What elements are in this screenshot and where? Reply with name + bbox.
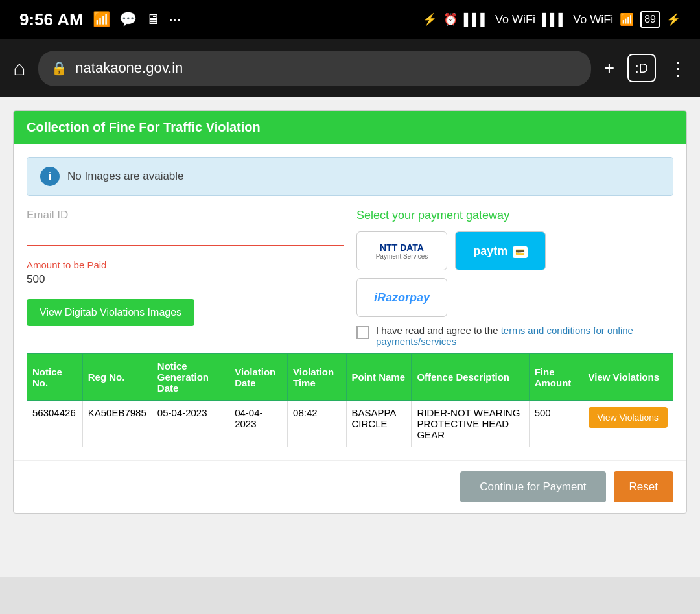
main-card: Collection of Fine For Traffic Violation… — [13, 110, 687, 514]
cell-notice-gen-date: 05-04-2023 — [152, 401, 229, 447]
col-violation-date: Violation Date — [229, 354, 288, 401]
table-row: 56304426 KA50EB7985 05-04-2023 04-04-202… — [27, 401, 673, 447]
terms-checkbox[interactable] — [356, 326, 369, 339]
cell-reg-no: KA50EB7985 — [82, 401, 152, 447]
col-point-name: Point Name — [346, 354, 412, 401]
status-time: 9:56 AM — [19, 10, 84, 30]
info-icon: i — [40, 167, 60, 186]
ntt-text: NTT DATA — [376, 242, 428, 253]
signal-strength-icon: ▌▌▌ — [464, 13, 489, 27]
add-tab-button[interactable]: + — [604, 58, 614, 78]
footer-actions: Continue for Payment Reset — [14, 460, 686, 513]
col-notice-gen-date: Notice Generation Date — [152, 354, 229, 401]
col-fine-amount: Fine Amount — [529, 354, 583, 401]
paytm-logo: paytm 💳 — [473, 244, 528, 258]
card-header: Collection of Fine For Traffic Violation — [14, 111, 686, 144]
alarm-icon: ⏰ — [443, 12, 458, 27]
right-column: Select your payment gateway NTT DATA Pay… — [356, 209, 673, 347]
info-box: i No Images are avaiable — [27, 157, 673, 196]
home-button[interactable]: ⌂ — [13, 56, 25, 80]
view-violations-button[interactable]: View Violations — [589, 407, 668, 428]
more-icon: ··· — [169, 11, 181, 28]
status-left: 9:56 AM 📶 💬 🖥 ··· — [19, 10, 181, 30]
lock-icon: 🔒 — [51, 60, 67, 76]
gateway-options: NTT DATA Payment Services paytm 💳 — [356, 231, 673, 270]
payment-gateway-title: Select your payment gateway — [356, 209, 673, 222]
cell-violation-date: 04-04-2023 — [229, 401, 288, 447]
left-column: Email ID Amount to be Paid 500 View Digi… — [27, 209, 344, 347]
signal-icon: 📶 — [93, 11, 110, 28]
cell-violation-time: 08:42 — [288, 401, 346, 447]
page-content: Collection of Fine For Traffic Violation… — [0, 97, 700, 577]
more-options-button[interactable]: ⋮ — [669, 58, 687, 79]
reset-button[interactable]: Reset — [614, 471, 673, 502]
wifi-icon: 📶 — [620, 12, 634, 27]
cell-fine-amount: 500 — [529, 401, 583, 447]
cell-point-name: BASAPPA CIRCLE — [346, 401, 412, 447]
paytm-gateway-button[interactable]: paytm 💳 — [455, 231, 546, 270]
page-title: Collection of Fine For Traffic Violation — [27, 120, 261, 134]
email-input[interactable] — [27, 224, 344, 246]
emoji-button[interactable]: :D — [627, 54, 656, 82]
info-message: No Images are avaiable — [67, 170, 184, 183]
vo-wifi2-label: Vo WiFi — [573, 13, 613, 27]
whatsapp-icon: 💬 — [119, 11, 137, 28]
violations-table-wrapper: Notice No. Reg No. Notice Generation Dat… — [27, 353, 673, 447]
col-offence-desc: Offence Description — [412, 354, 529, 401]
col-violation-time: Violation Time — [288, 354, 346, 401]
url-bar[interactable]: 🔒 natakaone.gov.in — [38, 51, 590, 86]
browser-actions: + :D ⋮ — [604, 54, 687, 82]
cell-view-violations: View Violations — [583, 401, 673, 447]
razorpay-logo: iRazorpay — [374, 291, 430, 305]
nttdata-logo: NTT DATA Payment Services — [376, 242, 428, 260]
violations-table: Notice No. Reg No. Notice Generation Dat… — [27, 353, 673, 447]
amount-section: Amount to be Paid 500 — [27, 259, 344, 286]
charging-icon: ⚡ — [666, 12, 681, 27]
cell-notice-no: 56304426 — [27, 401, 83, 447]
terms-row: I have read and agree to the terms and c… — [356, 325, 673, 347]
cell-offence-desc: RIDER-NOT WEARING PROTECTIVE HEAD GEAR — [412, 401, 529, 447]
continue-payment-button[interactable]: Continue for Payment — [460, 471, 605, 502]
email-label: Email ID — [27, 209, 344, 222]
razorpay-gateway-button[interactable]: iRazorpay — [356, 278, 447, 317]
bluetooth-icon: ⚡ — [423, 12, 437, 27]
col-view-violations: View Violations — [583, 354, 673, 401]
url-text: natakaone.gov.in — [75, 60, 183, 77]
nttdata-gateway-button[interactable]: NTT DATA Payment Services — [356, 231, 447, 270]
amount-value: 500 — [27, 273, 344, 286]
amount-label: Amount to be Paid — [27, 259, 344, 270]
col-notice-no: Notice No. — [27, 354, 83, 401]
battery-icon: 89 — [640, 11, 660, 28]
status-bar: 9:56 AM 📶 💬 🖥 ··· ⚡ ⏰ ▌▌▌ Vo WiFi ▌▌▌ Vo… — [0, 0, 700, 39]
ntt-sub: Payment Services — [376, 253, 428, 260]
col-reg-no: Reg No. — [82, 354, 152, 401]
status-right: ⚡ ⏰ ▌▌▌ Vo WiFi ▌▌▌ Vo WiFi 📶 89 ⚡ — [423, 11, 681, 28]
razorpay-option: iRazorpay — [356, 278, 673, 317]
two-col-layout: Email ID Amount to be Paid 500 View Digi… — [27, 209, 673, 347]
card-body: i No Images are avaiable Email ID Amount… — [14, 144, 686, 460]
view-images-button[interactable]: View Digitab Violations Images — [27, 299, 194, 326]
browser-bar: ⌂ 🔒 natakaone.gov.in + :D ⋮ — [0, 39, 700, 97]
vo-wifi-label: Vo WiFi — [495, 13, 535, 27]
cast-icon: 🖥 — [146, 11, 160, 28]
terms-text: I have read and agree to the terms and c… — [376, 325, 673, 347]
signal-strength2-icon: ▌▌▌ — [542, 13, 566, 27]
email-field-wrapper: Email ID — [27, 209, 344, 246]
